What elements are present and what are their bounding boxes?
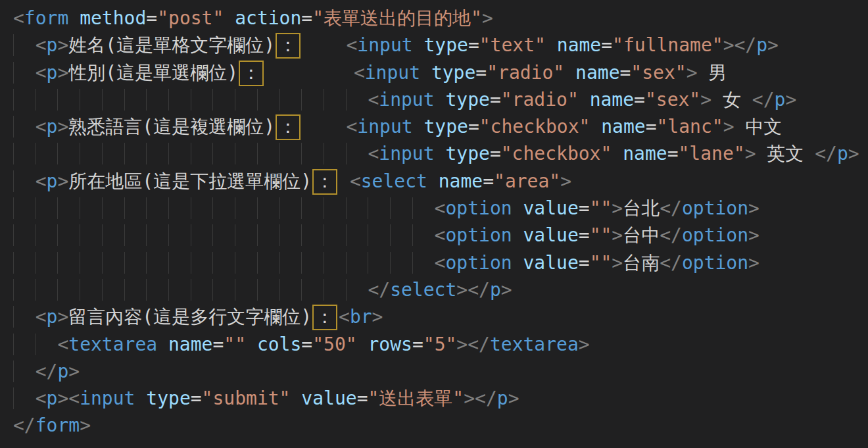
code-line[interactable]: <p>熟悉語言(這是複選欄位)： <input type="checkbox" … [13, 113, 868, 140]
code-token: 台南 [623, 252, 660, 274]
code-token: name [557, 34, 601, 56]
code-token [546, 34, 557, 56]
code-token: 熟悉語言(這是複選欄位) [68, 116, 275, 137]
code-token: > [560, 170, 571, 192]
code-token: "lanc" [657, 116, 723, 137]
code-token: "radio" [501, 89, 579, 111]
code-token: < [13, 7, 24, 29]
code-token: < [36, 387, 47, 409]
code-token: < [339, 306, 350, 328]
code-token: </ [36, 361, 58, 382]
code-token: > [501, 279, 512, 301]
code-line[interactable]: <p><input type="submit" value="送出表單"></p… [13, 385, 868, 412]
code-token: "checkbox" [501, 143, 612, 164]
code-line[interactable]: <option value="">台南</option> [13, 249, 868, 276]
indent-guides [13, 89, 368, 111]
code-line[interactable]: <form method="post" action="表單送出的目的地"> [13, 5, 868, 32]
code-token: p [837, 143, 848, 164]
code-token: name [168, 334, 212, 355]
code-token: 台中 [623, 224, 660, 246]
code-token: p [47, 62, 58, 84]
code-token: "lane" [678, 143, 744, 164]
code-token: > [57, 170, 68, 192]
code-token [427, 170, 439, 192]
code-token: > [785, 89, 796, 111]
code-line[interactable]: </select></p> [13, 276, 868, 303]
code-token [413, 116, 424, 137]
code-token: > [748, 252, 760, 274]
code-token: name [590, 89, 634, 111]
code-token [564, 62, 575, 84]
unicode-highlight-colon: ： [276, 33, 301, 59]
code-token: input [80, 387, 135, 409]
code-token: type [431, 62, 475, 84]
code-line[interactable]: <p>所在地區(這是下拉選單欄位)： <select name="area"> [13, 168, 868, 195]
indent-guides [13, 197, 435, 219]
code-token: </ [660, 197, 682, 219]
code-line[interactable]: <input type="checkbox" name="lane"> 英文 <… [13, 140, 868, 167]
code-line[interactable]: <p>姓名(這是單格文字欄位)： <input type="text" name… [13, 32, 868, 59]
code-token: p [47, 34, 58, 56]
code-editor[interactable]: <form method="post" action="表單送出的目的地"> <… [0, 0, 868, 448]
code-token: > [687, 62, 698, 84]
code-line[interactable]: <option value="">台中</option> [13, 222, 868, 249]
code-token [579, 89, 590, 111]
code-token: < [36, 170, 47, 192]
code-line[interactable]: <input type="radio" name="sex"> 女 </p> [13, 86, 868, 113]
code-token: 中文 [735, 116, 783, 137]
code-token [339, 170, 350, 192]
code-token: = [475, 62, 487, 84]
code-token: "" [590, 224, 612, 246]
code-token: > [579, 334, 590, 355]
code-token: 男 [698, 62, 727, 84]
code-token [157, 334, 168, 355]
code-token: > [767, 34, 779, 56]
code-line[interactable]: <option value="">台北</option> [13, 195, 868, 222]
code-token: select [361, 170, 427, 192]
code-token: = [601, 34, 612, 56]
code-token: < [36, 62, 47, 84]
code-token: ></ [723, 34, 757, 56]
code-token: = [490, 89, 501, 111]
code-token [302, 116, 346, 137]
code-token [357, 334, 368, 355]
code-token [420, 62, 431, 84]
code-token: "" [590, 197, 612, 219]
code-token [512, 224, 523, 246]
code-token: = [468, 116, 479, 137]
code-token: "5" [423, 334, 457, 355]
code-line[interactable]: </p> [13, 358, 868, 385]
code-line[interactable]: <p>性別(這是單選欄位)： <input type="radio" name=… [13, 59, 868, 86]
code-token: > [68, 361, 80, 382]
indent-guides [13, 387, 36, 409]
code-token: = [301, 334, 312, 355]
code-token: form [36, 414, 80, 436]
code-token: </ [815, 143, 837, 164]
code-token [302, 34, 346, 56]
code-token: > [57, 116, 68, 137]
code-token [135, 387, 146, 409]
code-token: 女 [711, 89, 752, 111]
code-line[interactable]: <p>留言內容(這是多行文字欄位)：<br> [13, 303, 868, 330]
code-token [512, 252, 523, 274]
indent-guides [13, 361, 36, 382]
code-token: > [482, 7, 493, 29]
code-token: option [682, 197, 748, 219]
code-token: option [445, 197, 512, 219]
code-token: = [579, 252, 590, 274]
code-token: < [346, 34, 357, 56]
code-line[interactable]: </form> [13, 412, 868, 439]
code-token: > [57, 62, 68, 84]
code-token: type [423, 34, 468, 56]
code-line[interactable]: <textarea name="" cols="50" rows="5"></t… [13, 331, 868, 358]
code-token [435, 89, 446, 111]
code-token [612, 143, 623, 164]
code-token: < [350, 170, 361, 192]
code-token: > [723, 116, 735, 137]
code-token: > [700, 89, 711, 111]
code-token: </ [752, 89, 775, 111]
code-token: option [445, 252, 512, 274]
indent-guides [13, 116, 36, 137]
code-token: >< [57, 387, 80, 409]
code-token: "text" [479, 34, 546, 56]
